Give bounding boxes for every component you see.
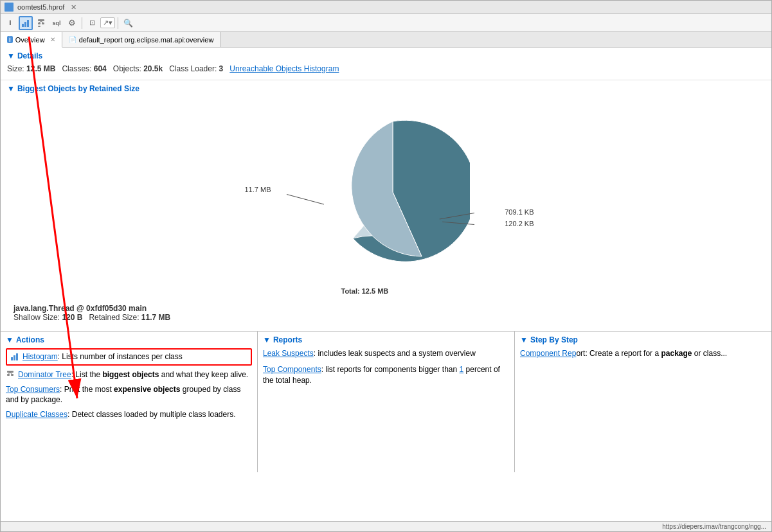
objects-label: Objects: [113, 64, 141, 73]
file-icon [4, 3, 13, 12]
histogram-action-icon [10, 352, 19, 361]
main-content: ▼ Details Size: 12.5 MB Classes: 604 Obj… [1, 48, 771, 521]
title-bar: oomtest5.hprof ✕ [1, 1, 771, 14]
details-collapse-arrow[interactable]: ▼ [7, 51, 15, 60]
histogram-link[interactable]: Histogram [22, 352, 58, 361]
report-tab-icon: 📄 [69, 36, 76, 43]
component-report-item: Component Report: Create a report for a … [520, 348, 766, 359]
toolbar-dominator-btn[interactable] [34, 16, 48, 30]
dominator-bold: biggest objects [102, 370, 159, 379]
dominator-link[interactable]: Dominator Tree [18, 370, 71, 379]
svg-rect-10 [13, 355, 15, 360]
histogram-action-text: Histogram: Lists number of instances per… [22, 351, 183, 362]
svg-rect-0 [22, 24, 24, 27]
pie-label-120kb: 120.2 KB [505, 220, 534, 227]
duplicate-classes-text: Duplicate Classes: Detect classes loaded… [6, 409, 236, 420]
details-text: Size: 12.5 MB Classes: 604 Objects: 20.5… [7, 63, 765, 76]
step-by-step-header: ▼ Step By Step [520, 335, 766, 344]
toolbar-settings-btn[interactable]: ⚙ [65, 16, 79, 30]
svg-line-7 [39, 21, 41, 22]
reports-collapse[interactable]: ▼ [263, 335, 271, 344]
toolbar-overview-btn[interactable]: i [3, 16, 17, 30]
toolbar-search-btn[interactable]: 🔍 [121, 16, 135, 30]
leak-suspects-link[interactable]: Leak Suspects [263, 349, 314, 358]
reports-panel: ▼ Reports Leak Suspects: includes leak s… [258, 332, 515, 472]
overview-tab-label: Overview [15, 36, 45, 44]
pie-label-11mb: 11.7 MB [245, 186, 271, 193]
window-title: oomtest5.hprof [17, 3, 64, 11]
svg-rect-3 [38, 19, 44, 21]
duplicate-classes-link[interactable]: Duplicate Classes [6, 410, 67, 419]
classloader-value: 3 [219, 64, 224, 73]
svg-rect-13 [7, 374, 10, 376]
component-report-text1: ort: Create a report for a [576, 349, 661, 358]
chart-area: 11.7 MB 709.1 KB 120.2 KB [7, 96, 765, 301]
pie-total-label: Total: 12.5 MB [341, 287, 389, 295]
actions-collapse[interactable]: ▼ [6, 335, 13, 344]
tab-overview[interactable]: i Overview ✕ [1, 32, 62, 48]
actions-header: ▼ Actions [6, 335, 252, 344]
svg-rect-9 [11, 357, 13, 360]
step-by-step-title: Step By Step [530, 335, 578, 344]
classes-value: 604 [94, 64, 107, 73]
top-consumers-action-item: Top Consumers: Print the most expensive … [6, 384, 252, 406]
dominator-action-icon [6, 370, 15, 379]
main-window: oomtest5.hprof ✕ i sql ⚙ ⊡ [0, 0, 772, 532]
dominator-action-item: Dominator Tree: List the biggest objects… [6, 369, 252, 380]
component-report-text2: or class... [692, 349, 727, 358]
component-report-link[interactable]: Component Rep [520, 349, 576, 358]
svg-rect-6 [38, 26, 40, 27]
top-components-link[interactable]: Top Components [263, 365, 321, 374]
histogram-action-item: Histogram: Lists number of instances per… [6, 348, 252, 366]
object-title: java.lang.Thread @ 0xfdf05d30 main [13, 304, 759, 313]
histogram-icon [21, 19, 30, 28]
toolbar-separator-2 [118, 17, 118, 29]
details-header: ▼ Details [7, 51, 765, 60]
reports-title: Reports [273, 335, 302, 344]
actions-title: Actions [16, 335, 44, 344]
biggest-objects-section: ▼ Biggest Objects by Retained Size 11.7 … [1, 80, 771, 331]
size-value: 12.5 MB [26, 64, 55, 73]
leak-suspects-item: Leak Suspects: includes leak suspects an… [263, 348, 509, 359]
details-section: ▼ Details Size: 12.5 MB Classes: 604 Obj… [1, 48, 771, 80]
close-button[interactable]: ✕ [71, 3, 76, 12]
toolbar-separator-1 [82, 17, 82, 29]
toolbar: i sql ⚙ ⊡ ↗▾ 🔍 [1, 14, 771, 32]
component-report-bold: package [661, 349, 692, 358]
top-components-desc1: : list reports for components bigger tha… [321, 365, 460, 374]
actions-panel: ▼ Actions Histogram: Lists number of ins… [1, 332, 258, 472]
biggest-objects-title: Biggest Objects by Retained Size [17, 84, 139, 93]
top-consumers-link[interactable]: Top Consumers [6, 385, 60, 394]
dominator-desc1: : List the [71, 370, 103, 379]
biggest-objects-header: ▼ Biggest Objects by Retained Size [7, 84, 765, 93]
step-by-step-collapse[interactable]: ▼ [520, 335, 528, 344]
duplicate-classes-desc: : Detect classes loaded by multiple clas… [67, 410, 235, 419]
svg-rect-12 [7, 371, 13, 373]
object-info: java.lang.Thread @ 0xfdf05d30 main Shall… [7, 301, 765, 327]
unreachable-objects-link[interactable]: Unreachable Objects Histogram [229, 64, 339, 73]
overview-tab-icon: i [7, 36, 13, 43]
dominator-action-text: Dominator Tree: List the biggest objects… [18, 369, 248, 380]
toolbar-view-btn[interactable]: ⊡ [85, 16, 99, 30]
biggest-objects-collapse[interactable]: ▼ [7, 84, 15, 93]
shallow-value: 120 B [62, 313, 82, 322]
svg-rect-5 [42, 22, 44, 24]
retained-label: Retained Size: [89, 313, 139, 322]
overview-tab-close[interactable]: ✕ [50, 36, 55, 43]
toolbar-sql-btn[interactable]: sql [49, 16, 64, 30]
dominator-desc2: and what they keep alive. [159, 370, 248, 379]
top-consumers-bold: expensive objects [114, 385, 180, 394]
toolbar-histogram-btn[interactable] [19, 16, 33, 30]
toolbar-export-dropdown[interactable]: ↗▾ [100, 17, 115, 28]
svg-line-8 [41, 21, 43, 22]
tab-report[interactable]: 📄 default_report org.eclipse.mat.api:ove… [62, 32, 221, 47]
reports-header: ▼ Reports [263, 335, 509, 344]
svg-line-16 [10, 373, 12, 374]
duplicate-classes-action-item: Duplicate Classes: Detect classes loaded… [6, 409, 252, 420]
tab-bar: i Overview ✕ 📄 default_report org.eclips… [1, 32, 771, 48]
svg-line-15 [8, 373, 10, 374]
report-tab-label: default_report org.eclipse.mat.api:overv… [79, 36, 214, 44]
dominator-icon [37, 19, 46, 28]
size-label: Size: [7, 64, 24, 73]
bottom-panels: ▼ Actions Histogram: Lists number of ins… [1, 331, 771, 472]
